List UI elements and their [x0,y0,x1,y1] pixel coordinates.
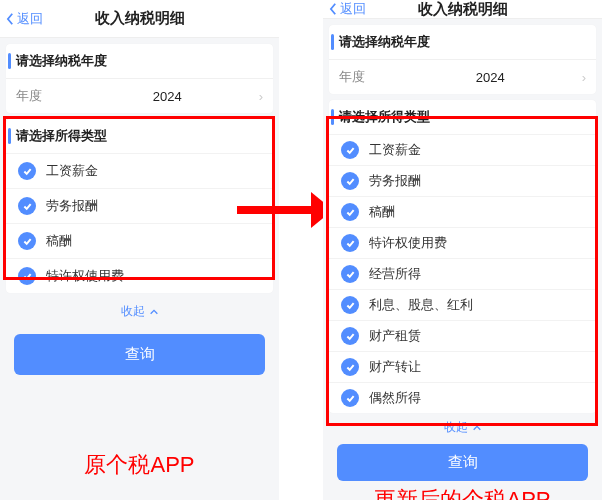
income-section-title: 请选择所得类型 [329,100,596,134]
year-label: 年度 [16,87,76,105]
arrow-icon [279,188,323,232]
income-option-label: 工资薪金 [46,162,98,180]
year-card: 请选择纳税年度 年度 2024 › [6,44,273,113]
check-icon [18,232,36,250]
check-icon [341,172,359,190]
year-label: 年度 [339,68,399,86]
year-value: 2024 [399,70,582,85]
back-label: 返回 [340,0,366,18]
income-option-label: 特许权使用费 [369,234,447,252]
income-option[interactable]: 劳务报酬 [6,188,273,223]
income-option[interactable]: 工资薪金 [329,134,596,165]
check-icon [341,327,359,345]
income-option-label: 经营所得 [369,265,421,283]
collapse-label: 收起 [121,303,145,320]
income-option-label: 财产转让 [369,358,421,376]
income-card-before: 请选择所得类型 工资薪金劳务报酬稿酬特许权使用费 [6,119,273,293]
income-option-label: 利息、股息、红利 [369,296,473,314]
check-icon [341,358,359,376]
income-option-label: 劳务报酬 [369,172,421,190]
caption-after: 更新后的个税APP [323,485,602,500]
chevron-right-icon: › [259,89,263,104]
year-section-title: 请选择纳税年度 [329,25,596,59]
back-button[interactable]: 返回 [0,10,43,28]
income-option-label: 稿酬 [46,232,72,250]
income-option[interactable]: 特许权使用费 [6,258,273,293]
chevron-up-icon [472,424,482,432]
panel-after: 返回 收入纳税明细 请选择纳税年度 年度 2024 › 请选择所得类型 工资薪金… [323,0,602,500]
income-option[interactable]: 特许权使用费 [329,227,596,258]
back-button[interactable]: 返回 [323,0,366,18]
check-icon [341,203,359,221]
income-option[interactable]: 经营所得 [329,258,596,289]
check-icon [18,197,36,215]
income-option-label: 工资薪金 [369,141,421,159]
back-label: 返回 [17,10,43,28]
check-icon [341,141,359,159]
panel-before: 返回 收入纳税明细 请选择纳税年度 年度 2024 › 请选择所得类型 工资薪金… [0,0,279,500]
query-button[interactable]: 查询 [337,444,588,481]
income-option-label: 稿酬 [369,203,395,221]
income-option-label: 劳务报酬 [46,197,98,215]
check-icon [341,234,359,252]
year-row[interactable]: 年度 2024 › [6,78,273,113]
collapse-label: 收起 [444,419,468,436]
income-card-after: 请选择所得类型 工资薪金劳务报酬稿酬特许权使用费经营所得利息、股息、红利财产租赁… [329,100,596,413]
income-option-label: 特许权使用费 [46,267,124,285]
arrow-gap [279,0,323,500]
income-option-label: 财产租赁 [369,327,421,345]
income-option[interactable]: 利息、股息、红利 [329,289,596,320]
income-option[interactable]: 工资薪金 [6,153,273,188]
caption-before: 原个税APP [0,450,279,480]
income-option-label: 偶然所得 [369,389,421,407]
check-icon [341,296,359,314]
income-option[interactable]: 财产转让 [329,351,596,382]
collapse-toggle[interactable]: 收起 [323,413,602,440]
check-icon [18,162,36,180]
income-option[interactable]: 稿酬 [329,196,596,227]
income-option[interactable]: 劳务报酬 [329,165,596,196]
income-option[interactable]: 偶然所得 [329,382,596,413]
check-icon [341,265,359,283]
check-icon [18,267,36,285]
nav-bar: 返回 收入纳税明细 [323,0,602,19]
income-option[interactable]: 财产租赁 [329,320,596,351]
income-option[interactable]: 稿酬 [6,223,273,258]
year-value: 2024 [76,89,259,104]
income-section-title: 请选择所得类型 [6,119,273,153]
query-button[interactable]: 查询 [14,334,265,375]
chevron-right-icon: › [582,70,586,85]
year-section-title: 请选择纳税年度 [6,44,273,78]
chevron-up-icon [149,308,159,316]
year-row[interactable]: 年度 2024 › [329,59,596,94]
collapse-toggle[interactable]: 收起 [0,293,279,328]
nav-bar: 返回 收入纳税明细 [0,0,279,38]
check-icon [341,389,359,407]
year-card: 请选择纳税年度 年度 2024 › [329,25,596,94]
